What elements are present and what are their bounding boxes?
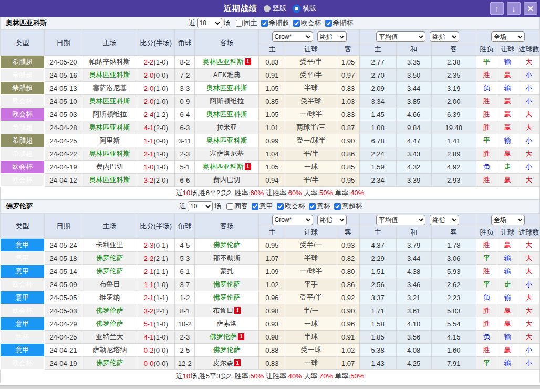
fulltime-score: 0-0: [144, 359, 154, 367]
fulltime-select[interactable]: 全场: [491, 31, 525, 42]
match-date: 24-05-24: [45, 239, 82, 252]
halftime-score: (1-1): [153, 268, 168, 276]
euro-home-odds: 1.85: [359, 331, 396, 344]
euro-home-odds: 1.45: [359, 108, 396, 121]
league-filter-checkbox[interactable]: 希腊超: [257, 18, 289, 28]
handicap-away-odds: 1.07: [337, 357, 359, 370]
match-row: 希腊超 24-05-20 帕纳辛纳科斯 2-2(1-0) 8-2 奥林匹亚科斯1…: [1, 56, 540, 69]
euro-home-odds: 1.71: [359, 304, 396, 317]
league-checkbox-input[interactable]: [309, 203, 316, 210]
halftime-score: (2-0): [153, 124, 168, 132]
handicap-result-indicator: 输: [497, 82, 518, 95]
home-team-name: 亚特兰大: [96, 333, 123, 341]
euro-away-odds: 1.60: [431, 344, 476, 357]
home-team-cell: 费内巴切: [82, 161, 137, 174]
same-venue-checkbox-input[interactable]: [226, 203, 233, 210]
bookmaker-select[interactable]: Crow*: [272, 215, 313, 225]
final-euro-select[interactable]: 终指: [430, 215, 459, 225]
red-card-badge: 1: [245, 58, 251, 65]
home-team-name: 阿里斯: [99, 136, 120, 144]
handicap-away-odds: 0.83: [337, 82, 359, 95]
same-venue-checkbox-input[interactable]: [236, 20, 243, 27]
match-date: 24-05-20: [45, 56, 82, 69]
match-count-select[interactable]: 10: [188, 201, 213, 211]
euro-home-odds: 1.51: [359, 265, 396, 278]
summary-text-part: 10: [183, 189, 190, 197]
titlebar-center: 近期战绩 竖版 横版: [0, 4, 540, 14]
match-count-select[interactable]: 10: [197, 18, 222, 28]
euro-away-odds: 2.89: [431, 147, 476, 161]
competition-badge: 意甲: [1, 265, 45, 278]
match-date: 24-04-25: [45, 134, 82, 147]
col-goals: 进球数: [518, 226, 539, 239]
home-team-cell: 佛罗伦萨: [82, 252, 137, 265]
close-button[interactable]: ✕: [524, 2, 537, 15]
league-checkbox-input[interactable]: [261, 20, 268, 27]
goals-result-indicator: 小: [518, 357, 539, 370]
euro-home-odds: 4.37: [359, 239, 396, 252]
average-odds-select[interactable]: 平均值: [376, 215, 425, 225]
euro-away-odds: 6.39: [431, 108, 476, 121]
fulltime-score: 0-2: [144, 346, 154, 354]
euro-home-odds: 1.43: [359, 357, 396, 370]
final-handicap-select[interactable]: 终指: [317, 215, 347, 225]
corner-score: 8-1: [175, 304, 195, 317]
final-euro-select[interactable]: 终指: [430, 31, 459, 42]
league-checkbox-input[interactable]: [334, 203, 341, 210]
home-team-cell: 帕纳辛纳科斯: [82, 56, 137, 69]
away-team-name: 奥林匹亚科斯: [203, 58, 244, 66]
fulltime-select[interactable]: 全场: [491, 215, 525, 225]
col-goals: 进球数: [518, 43, 539, 56]
final-handicap-select[interactable]: 终指: [317, 31, 347, 42]
euro-away-odds: 4.15: [431, 331, 476, 344]
same-venue-checkbox[interactable]: 同客: [223, 202, 248, 211]
league-filter-checkbox[interactable]: 意杯: [305, 202, 330, 211]
move-up-button[interactable]: ↑: [490, 2, 504, 15]
league-filter-checkbox[interactable]: 意甲: [248, 202, 273, 211]
fulltime-score: 1-1: [144, 281, 154, 289]
league-checkbox-label: 欧会杯: [301, 18, 321, 28]
goals-result-indicator: 大: [518, 304, 539, 317]
competition-badge: 意甲: [1, 239, 45, 252]
record-summary: 近10场,胜5平3负2, 胜率:50% 让胜率:40% 大率:70% 单率:50…: [1, 370, 540, 383]
layout-horizontal-option[interactable]: 横版: [293, 4, 316, 13]
layout-vertical-option[interactable]: 竖版: [264, 4, 286, 13]
col-home: 主场: [82, 214, 137, 239]
league-checkbox-input[interactable]: [252, 203, 258, 210]
col-score: 比分(半场): [137, 214, 175, 239]
score-cell: 1-1(0-0): [137, 134, 175, 147]
home-team-cell: 奥林匹亚科斯: [82, 174, 137, 187]
corner-score: 5-1: [175, 161, 195, 174]
bookmaker-select[interactable]: Crow*: [272, 31, 313, 42]
same-venue-label: 同主: [244, 18, 257, 28]
col-score: 比分(半场): [137, 30, 175, 56]
competition-badge: 意甲: [1, 252, 45, 265]
league-filter-checkbox[interactable]: 欧会杯: [289, 18, 321, 28]
col-euro-away: 客: [431, 43, 476, 56]
league-filter-checkbox[interactable]: 欧会杯: [273, 202, 305, 211]
match-row: 欧会杯 24-04-12 奥林匹亚科斯 3-2(2-0) 6-6 费内巴切 0.…: [1, 174, 540, 187]
handicap-result-indicator: 输: [497, 331, 518, 344]
euro-away-odds: 2.00: [431, 95, 476, 108]
fulltime-score: 2-0: [144, 98, 154, 105]
summary-text-part: 大率:: [302, 372, 319, 380]
handicap-home-odds: 0.91: [259, 69, 285, 82]
league-checkbox-input[interactable]: [293, 20, 300, 27]
col-euro-home: 主: [359, 43, 396, 56]
league-checkbox-input[interactable]: [277, 203, 284, 210]
league-checkbox-input[interactable]: [325, 20, 332, 27]
same-venue-checkbox[interactable]: 同主: [232, 18, 257, 28]
result-indicator: 平: [476, 278, 497, 291]
league-filter-checkbox[interactable]: 意超杯: [330, 202, 362, 211]
halftime-score: (1-0): [153, 320, 168, 328]
handicap-home-odds: 0.98: [259, 304, 285, 317]
team-name: 佛罗伦萨: [6, 202, 33, 211]
corner-score: 4-5: [175, 239, 195, 252]
euro-away-odds: 2.62: [431, 278, 476, 291]
move-down-button[interactable]: ↓: [507, 2, 521, 15]
competition-badge: 意杯: [1, 331, 45, 344]
home-team-name: 塞萨洛尼基: [92, 84, 127, 92]
euro-home-odds: 6.78: [359, 134, 396, 147]
average-odds-select[interactable]: 平均值: [376, 31, 425, 42]
league-filter-checkbox[interactable]: 希腊杯: [321, 18, 354, 28]
